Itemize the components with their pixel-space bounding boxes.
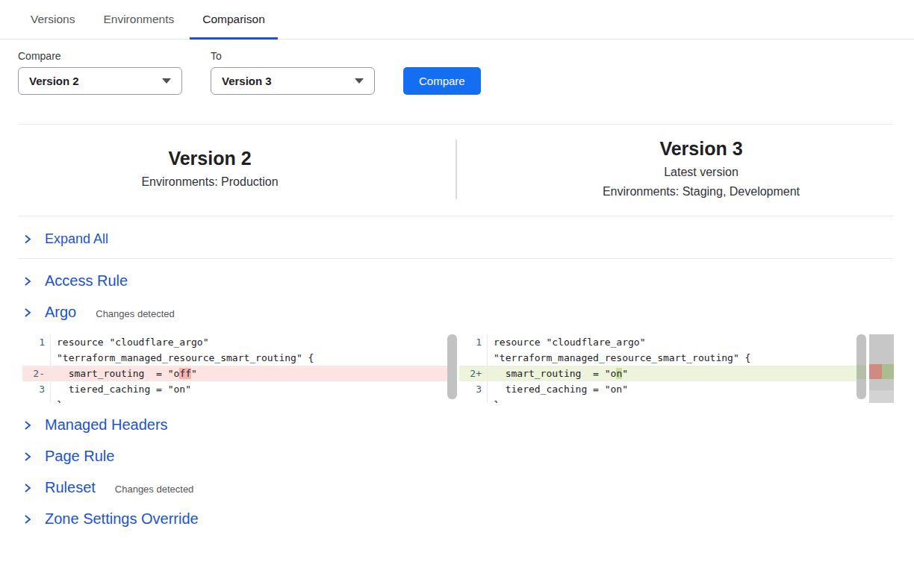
section-argo[interactable]: Argo Changes detected xyxy=(22,303,914,322)
compare-label: Compare xyxy=(18,50,182,62)
compare-to-field: To Version 3 xyxy=(211,50,375,95)
line-number: 2- xyxy=(22,366,51,381)
compare-form: Compare Version 2 To Version 3 Compare xyxy=(18,50,914,95)
chevron-right-icon xyxy=(22,420,32,431)
compare-from-value: Version 2 xyxy=(29,75,79,87)
scrollbar-change-marker xyxy=(857,365,866,379)
line-number: 2+ xyxy=(459,366,488,381)
line-number xyxy=(22,397,51,403)
version-left-header: Version 2 Environments: Production xyxy=(18,147,456,192)
chevron-right-icon xyxy=(22,234,32,244)
diff-line-removed: 2- smart_routing = "off" xyxy=(22,366,457,381)
right-version-latest-label: Latest version xyxy=(509,163,893,182)
code-text: tiered_caching = "on" xyxy=(51,381,457,397)
section-page-rule[interactable]: Page Rule xyxy=(22,447,914,466)
compare-button[interactable]: Compare xyxy=(403,67,481,95)
code-text: resource "cloudflare_argo" xyxy=(51,334,457,350)
code-text: smart_routing = "off" xyxy=(51,366,457,381)
code-text: smart_routing = "on" xyxy=(488,366,866,381)
line-number: 1 xyxy=(459,334,488,350)
divider xyxy=(18,258,893,259)
code-text: "terraform_managed_resource_smart_routin… xyxy=(51,350,457,366)
diff-overview-ruler[interactable] xyxy=(869,334,894,403)
diff-line-wrap: "terraform_managed_resource_smart_routin… xyxy=(22,350,457,366)
left-version-title: Version 2 xyxy=(18,147,402,169)
ruler-bottom-segment xyxy=(869,390,894,403)
diff-line: 1 resource "cloudflare_argo" xyxy=(459,334,866,350)
chevron-right-icon xyxy=(22,514,32,525)
ruler-removed-marker xyxy=(869,364,882,379)
diff-line: } xyxy=(22,397,457,403)
chevron-right-icon xyxy=(22,451,32,462)
section-label: Ruleset xyxy=(45,478,96,497)
tab-bar: Versions Environments Comparison xyxy=(0,0,914,40)
diff-left-pane: 1 resource "cloudflare_argo" "terraform_… xyxy=(22,334,457,403)
to-label: To xyxy=(211,50,375,62)
section-badge: Changes detected xyxy=(96,308,175,319)
line-number: 1 xyxy=(22,334,51,350)
code-text: } xyxy=(51,397,457,403)
expand-all-label: Expand All xyxy=(45,231,108,247)
line-number xyxy=(459,350,488,366)
tab-environments[interactable]: Environments xyxy=(103,0,174,39)
right-version-environments: Environments: Staging, Development xyxy=(509,182,893,201)
section-label: Access Rule xyxy=(45,272,128,290)
diff-line: } xyxy=(459,397,866,403)
line-number xyxy=(459,397,488,403)
line-number: 3 xyxy=(459,381,488,397)
section-access-rule[interactable]: Access Rule xyxy=(22,272,914,290)
chevron-right-icon xyxy=(22,307,32,318)
chevron-right-icon xyxy=(22,483,32,493)
compare-from-field: Compare Version 2 xyxy=(18,50,182,95)
section-zone-settings-override[interactable]: Zone Settings Override xyxy=(22,510,914,528)
compare-to-select[interactable]: Version 3 xyxy=(211,67,375,95)
compare-from-select[interactable]: Version 2 xyxy=(18,67,182,95)
code-text: tiered_caching = "on" xyxy=(488,381,866,397)
left-scrollbar[interactable] xyxy=(447,334,457,399)
line-number: 3 xyxy=(22,381,51,397)
chevron-down-icon xyxy=(355,78,364,84)
version-right-header: Version 3 Latest version Environments: S… xyxy=(457,137,893,201)
diff-line-added: 2+ smart_routing = "on" xyxy=(459,366,866,381)
expand-all-button[interactable]: Expand All xyxy=(22,231,914,247)
section-label: Managed Headers xyxy=(45,416,168,434)
argo-diff: 1 resource "cloudflare_argo" "terraform_… xyxy=(22,334,894,403)
ruler-added-marker xyxy=(882,364,895,379)
tab-versions[interactable]: Versions xyxy=(31,0,75,39)
diff-line: 1 resource "cloudflare_argo" xyxy=(22,334,457,350)
diff-line-wrap: "terraform_managed_resource_smart_routin… xyxy=(459,350,866,366)
right-scrollbar[interactable] xyxy=(857,334,866,399)
tab-comparison[interactable]: Comparison xyxy=(202,0,265,39)
line-number xyxy=(22,350,51,366)
section-label: Zone Settings Override xyxy=(45,510,199,528)
removed-char-highlight: ff xyxy=(179,368,191,379)
compare-to-value: Version 3 xyxy=(222,75,272,87)
left-version-environments: Environments: Production xyxy=(18,172,402,192)
section-label: Argo xyxy=(45,303,76,322)
section-badge: Changes detected xyxy=(115,484,194,495)
diff-line: 3 tiered_caching = "on" xyxy=(22,381,457,397)
right-version-title: Version 3 xyxy=(509,137,893,160)
section-managed-headers[interactable]: Managed Headers xyxy=(22,416,914,434)
chevron-right-icon xyxy=(22,276,32,287)
section-ruleset[interactable]: Ruleset Changes detected xyxy=(22,478,914,497)
code-text: } xyxy=(488,397,866,403)
diff-right-pane: 1 resource "cloudflare_argo" "terraform_… xyxy=(459,334,894,403)
section-label: Page Rule xyxy=(45,447,114,466)
diff-line: 3 tiered_caching = "on" xyxy=(459,381,866,397)
chevron-down-icon xyxy=(162,78,171,84)
code-text: resource "cloudflare_argo" xyxy=(488,334,866,350)
divider xyxy=(18,216,893,216)
version-header-row: Version 2 Environments: Production Versi… xyxy=(0,125,914,216)
diff-right-code: 1 resource "cloudflare_argo" "terraform_… xyxy=(459,334,866,403)
code-text: "terraform_managed_resource_smart_routin… xyxy=(488,350,866,366)
